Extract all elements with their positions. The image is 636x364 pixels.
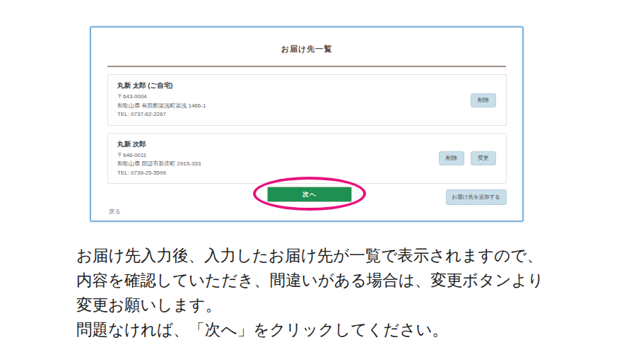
recipient-name: 丸新 太郎 (ご自宅) bbox=[117, 81, 206, 90]
delete-button[interactable]: 削除 bbox=[439, 151, 464, 165]
delivery-address-list-panel: お届け先一覧 丸新 太郎 (ご自宅) 〒643-0004 和歌山県 有田郡湯浅町… bbox=[90, 26, 524, 222]
address-card: 丸新 太郎 (ご自宅) 〒643-0004 和歌山県 有田郡湯浅町湯浅 1466… bbox=[107, 74, 507, 126]
postal-code: 〒643-0004 bbox=[117, 93, 206, 102]
instruction-text: お届け先入力後、入力したお届け先が一覧で表示されますので、 内容を確認していただ… bbox=[76, 243, 543, 342]
title-divider bbox=[107, 66, 506, 67]
postal-code: 〒646-0011 bbox=[117, 151, 201, 160]
back-link[interactable]: 戻る bbox=[109, 208, 121, 216]
instruction-line: 内容を確認していただき、間違いがある場合は、変更ボタンより bbox=[76, 268, 543, 293]
add-address-button[interactable]: お届け先を追加する bbox=[446, 189, 507, 205]
address-card: 丸新 次郎 〒646-0011 和歌山県 田辺市新庄町 2915-333 TEL… bbox=[107, 133, 507, 184]
address-actions: 削除 bbox=[471, 93, 496, 107]
address-text: 和歌山県 有田郡湯浅町湯浅 1466-1 bbox=[117, 102, 206, 111]
next-button[interactable]: 次へ bbox=[267, 187, 352, 202]
change-button[interactable]: 変更 bbox=[471, 151, 496, 165]
address-text: 和歌山県 田辺市新庄町 2915-333 bbox=[117, 160, 201, 169]
panel-title: お届け先一覧 bbox=[91, 44, 522, 54]
address-actions: 削除 変更 bbox=[439, 151, 496, 165]
address-info: 丸新 次郎 〒646-0011 和歌山県 田辺市新庄町 2915-333 TEL… bbox=[117, 140, 201, 178]
phone-number: TEL: 0737-62-2267 bbox=[117, 110, 206, 119]
phone-number: TEL: 0739-25-5599 bbox=[117, 169, 201, 178]
address-info: 丸新 太郎 (ご自宅) 〒643-0004 和歌山県 有田郡湯浅町湯浅 1466… bbox=[117, 81, 206, 119]
instruction-line: 問題なければ、「次へ」をクリックしてください。 bbox=[76, 317, 543, 342]
delete-button[interactable]: 削除 bbox=[471, 93, 496, 107]
instruction-line: 変更お願いします。 bbox=[76, 293, 543, 317]
recipient-name: 丸新 次郎 bbox=[117, 140, 201, 149]
instruction-line: お届け先入力後、入力したお届け先が一覧で表示されますので、 bbox=[76, 243, 543, 268]
